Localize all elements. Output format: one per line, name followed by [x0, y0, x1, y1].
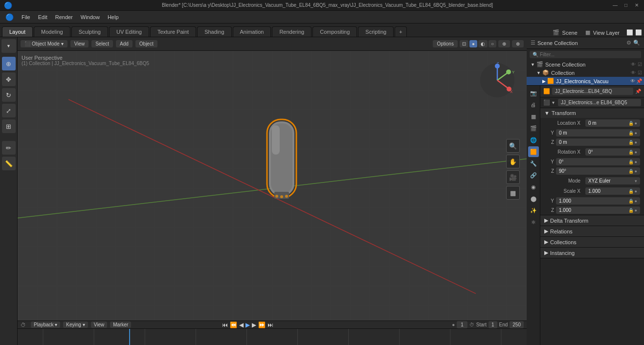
outliner-filter-icon[interactable]: ⚙ [626, 40, 631, 46]
menu-edit[interactable]: Edit [35, 13, 51, 21]
view-layer-selector[interactable]: View Layer [593, 30, 620, 36]
workspace-icon-1[interactable]: ⬜ [626, 29, 633, 36]
data-dropdown[interactable]: ▾ [552, 100, 555, 105]
pin-icon-props[interactable]: 📌 [635, 89, 641, 94]
maximize-button[interactable]: □ [622, 2, 629, 9]
prop-physics-icon[interactable]: ⚛ [528, 217, 539, 228]
prop-material-icon[interactable]: ⬤ [528, 193, 539, 204]
grid-btn[interactable]: ▦ [506, 186, 520, 200]
tab-rendering[interactable]: Rendering [272, 26, 311, 37]
outliner-object-item[interactable]: ▶ 🟧 JJ_Electronics_Vacuu 👁 📌 [527, 77, 644, 85]
current-frame[interactable]: 1 [457, 321, 467, 328]
minimize-button[interactable]: — [612, 2, 619, 9]
gizmos-btn[interactable]: ⊕ [512, 40, 524, 47]
play-btn[interactable]: ▶ [245, 322, 250, 328]
checkbox-col[interactable]: ☑ [638, 70, 642, 75]
select-menu[interactable]: Select [91, 40, 113, 47]
grab-btn[interactable]: ✋ [506, 155, 520, 168]
prop-data-icon[interactable]: ◉ [528, 182, 539, 192]
zoom-fit-btn[interactable]: 🔍 [506, 139, 520, 153]
tool-scale[interactable]: ⤢ [2, 104, 16, 117]
tab-uv-editing[interactable]: UV Editing [109, 26, 149, 37]
data-name-field[interactable]: JJ_Electronics...e EL84_6BQ5 [558, 99, 641, 106]
marker-menu[interactable]: Marker [110, 322, 131, 328]
solid-btn[interactable]: ● [469, 40, 477, 47]
tab-texture-paint[interactable]: Texture Paint [150, 26, 196, 37]
tool-annotate[interactable]: ✏ [2, 141, 16, 155]
tool-cursor[interactable]: ⊕ [2, 57, 16, 70]
prop-scene-icon[interactable]: 🎬 [528, 123, 539, 134]
scale-z-value[interactable]: 1.000 🔒● [556, 207, 640, 214]
outliner-collection[interactable]: ▼ 📦 Collection 👁 ☑ [527, 69, 644, 77]
checkbox-sc[interactable]: ☑ [638, 62, 642, 67]
rotation-z-value[interactable]: 90° 🔒● [556, 167, 640, 175]
instancing-header[interactable]: ▶ Instancing [540, 248, 644, 258]
outliner-scene-collection[interactable]: ▼ 🎬 Scene Collection 👁 ☑ [527, 60, 644, 69]
tool-transform[interactable]: ⊞ [2, 119, 16, 133]
object-menu[interactable]: Object [135, 40, 157, 47]
outliner-search-input[interactable] [540, 52, 638, 57]
jump-start-btn[interactable]: ⏮ [222, 322, 228, 328]
prop-modifier-icon[interactable]: 🔧 [528, 158, 539, 169]
pin-icon-item[interactable]: 📌 [636, 78, 642, 84]
eye-icon-item[interactable]: 👁 [630, 78, 635, 84]
menu-file[interactable]: File [18, 13, 34, 21]
timeline-scrubber[interactable]: -70 -30 10 50 90 130 170 210 250 [18, 329, 527, 345]
relations-header[interactable]: ▶ Relations [540, 226, 644, 236]
prop-view-layer-icon[interactable]: ▦ [528, 111, 539, 122]
tool-move[interactable]: ✥ [2, 72, 16, 86]
collections-header[interactable]: ▶ Collections [540, 237, 644, 247]
eye-icon-sc[interactable]: 👁 [631, 62, 636, 67]
close-button[interactable]: ✕ [633, 2, 640, 9]
tab-scripting[interactable]: Scripting [358, 26, 394, 37]
location-y-value[interactable]: 0 m 🔒● [556, 129, 640, 137]
tool-mode-selector[interactable]: ▼ [1, 39, 16, 53]
tab-add[interactable]: + [395, 26, 406, 37]
overlays-btn[interactable]: ⊕ [498, 40, 510, 47]
rotation-mode-value[interactable]: XYZ Euler ▾ [585, 177, 640, 184]
prop-output-icon[interactable]: 🖨 [528, 99, 539, 110]
view-menu-tl[interactable]: View [91, 322, 108, 328]
step-fwd-btn[interactable]: ▶ [252, 322, 256, 328]
prop-constraint-icon[interactable]: 🔗 [528, 170, 539, 181]
prop-object-icon[interactable]: 🟧 [528, 146, 539, 157]
workspace-icon-2[interactable]: ⬜ [635, 29, 642, 36]
menu-help[interactable]: Help [104, 13, 122, 21]
jump-end-btn[interactable]: ⏭ [267, 322, 273, 328]
tool-rotate[interactable]: ↻ [2, 88, 16, 102]
scene-selector[interactable]: Scene [562, 30, 577, 36]
step-back-btn[interactable]: ◀ [239, 322, 244, 328]
keying-menu[interactable]: Keying ▾ [63, 322, 88, 328]
viewport[interactable]: User Perspective (1) Collection | JJ_Ele… [18, 51, 527, 321]
view-menu[interactable]: View [70, 40, 89, 47]
prev-keyframe-btn[interactable]: ⏪ [230, 322, 237, 328]
viewport-options[interactable]: Options [433, 40, 457, 47]
camera-btn[interactable]: 🎥 [506, 170, 520, 184]
rotation-x-value[interactable]: 0° 🔒● [585, 148, 640, 156]
location-x-value[interactable]: 0 m 🔒● [585, 119, 640, 127]
prop-world-icon[interactable]: 🌐 [528, 135, 539, 145]
playback-menu[interactable]: Playback ▾ [31, 322, 60, 328]
prop-render-icon[interactable]: 📷 [528, 88, 539, 98]
tab-sculpting[interactable]: Sculpting [71, 26, 108, 37]
render-btn[interactable]: ○ [489, 40, 496, 47]
outliner-search-icon[interactable]: 🔍 [633, 40, 640, 46]
tab-compositing[interactable]: Compositing [312, 26, 357, 37]
object-name-field[interactable]: JJ_Electronic...EL84_6BQ [552, 88, 633, 95]
start-frame[interactable]: 1 [489, 321, 497, 328]
end-frame[interactable]: 250 [510, 321, 524, 328]
tab-modeling[interactable]: Modeling [34, 26, 70, 37]
mode-selector[interactable]: ⬛ Object Mode ▾ [21, 40, 67, 47]
location-z-value[interactable]: 0 m 🔒● [556, 138, 640, 146]
delta-transform-header[interactable]: ▶ Delta Transform [540, 215, 644, 226]
rotation-y-value[interactable]: 0° 🔒● [556, 158, 640, 165]
material-btn[interactable]: ◐ [478, 40, 488, 47]
tab-animation[interactable]: Animation [233, 26, 271, 37]
menu-window[interactable]: Window [77, 13, 103, 21]
next-keyframe-btn[interactable]: ⏩ [258, 322, 266, 328]
menu-blender[interactable]: 🔵 [2, 12, 17, 22]
menu-render[interactable]: Render [52, 13, 76, 21]
add-menu[interactable]: Add [116, 40, 133, 47]
wireframe-btn[interactable]: ⊡ [460, 40, 468, 47]
tab-layout[interactable]: Layout [2, 26, 33, 37]
